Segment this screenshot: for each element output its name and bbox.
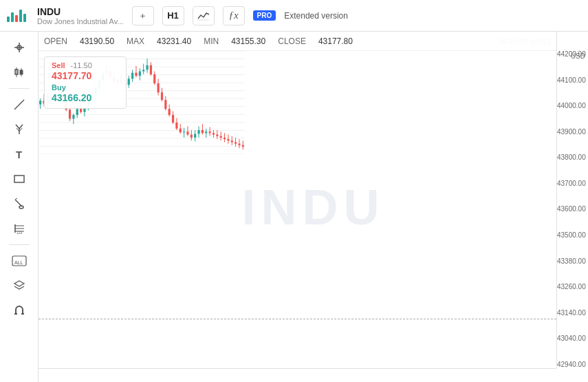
svg-rect-14 [14,176,24,182]
text-tool[interactable]: T [7,144,32,165]
open-label: OPEN [44,36,67,46]
layers-tool[interactable] [7,275,32,296]
price-label: 43260.00 [557,284,588,290]
price-label: 43900.00 [557,129,588,136]
main-layout: T 123 ALL [0,32,588,382]
close-label: CLOSE [278,36,306,46]
chart-area[interactable]: 09:25:19 (UTC) OPEN 43190.50 MAX 43231.4… [39,32,588,382]
toolbar-divider-2 [9,244,30,245]
buy-price-row: 43166.20 [52,92,119,104]
sell-label: Sell [52,61,65,70]
sell-price: 43177.70 [52,70,91,81]
open-value: 43190.50 [80,36,114,46]
rect-tool[interactable] [7,169,32,189]
brush-tool[interactable] [7,193,32,214]
toolbar-divider-1 [9,88,30,89]
extended-version-label: Extended version [284,11,348,21]
svg-text:123: 123 [17,231,23,235]
price-label: 43380.00 [557,258,588,265]
left-toolbar: T 123 ALL [0,32,39,382]
price-label: 43700.00 [557,180,588,187]
svg-line-8 [14,100,24,109]
price-label: 42940.00 [557,361,588,368]
price-label: 43040.00 [557,335,588,342]
buy-label: Buy [52,83,66,92]
min-value: 43155.30 [231,36,265,46]
ticker-name: Dow Jones Industrial Av... [37,17,124,25]
header: INDU Dow Jones Industrial Av... ＋ H1 ƒx … [0,0,588,32]
fx-button[interactable]: ƒx [223,6,245,25]
svg-text:ALL: ALL [14,260,23,265]
indicators-button[interactable] [193,6,215,25]
magnet-tool[interactable] [7,300,32,321]
svg-marker-25 [14,281,24,286]
line-tool[interactable] [7,94,32,115]
price-label: 44100.00 [557,77,588,84]
svg-point-17 [19,206,23,209]
price-label: 44000.00 [557,103,588,109]
logo-bars [7,10,26,22]
spread-value: -11.50 [71,61,92,70]
all-drawings-tool[interactable]: ALL [7,251,32,271]
price-scale: USD 44200.0044100.0044000.0043900.004380… [556,32,588,368]
pro-badge[interactable]: PRO [253,10,276,21]
ticker-symbol: INDU [37,6,124,17]
price-label: 43140.00 [557,310,588,317]
candlestick-tool[interactable] [7,62,32,83]
fork-tool[interactable] [7,119,32,140]
bid-ask-panel: Sell -11.50 43177.70 Buy 43166.20 [44,56,127,109]
max-label: MAX [127,36,144,46]
svg-rect-7 [20,70,23,74]
price-level-line [39,319,556,319]
price-label: 43800.00 [557,154,588,161]
min-label: MIN [204,36,219,46]
price-label: 43500.00 [557,232,588,239]
sell-row: Sell -11.50 [52,61,119,70]
svg-line-10 [16,125,19,129]
chart-watermark: INDU [242,179,385,235]
sell-price-row: 43177.70 [52,70,119,82]
add-symbol-button[interactable]: ＋ [132,6,154,25]
svg-line-16 [15,198,17,200]
fibonacci-tool[interactable]: 123 [7,218,32,239]
currency-label: USD [568,51,588,61]
close-value: 43177.80 [318,36,353,46]
time-axis [39,368,556,382]
svg-line-11 [19,125,23,129]
max-value: 43231.40 [157,36,191,46]
timeframe-button[interactable]: H1 [162,6,184,25]
ohlc-bar: OPEN 43190.50 MAX 43231.40 MIN 43155.30 … [39,32,556,51]
buy-price: 43166.20 [52,92,91,103]
buy-row: Buy [52,83,119,92]
ticker-info: INDU Dow Jones Industrial Av... [37,6,124,25]
crosshair-tool[interactable] [7,37,32,58]
price-label: 43600.00 [557,206,588,213]
